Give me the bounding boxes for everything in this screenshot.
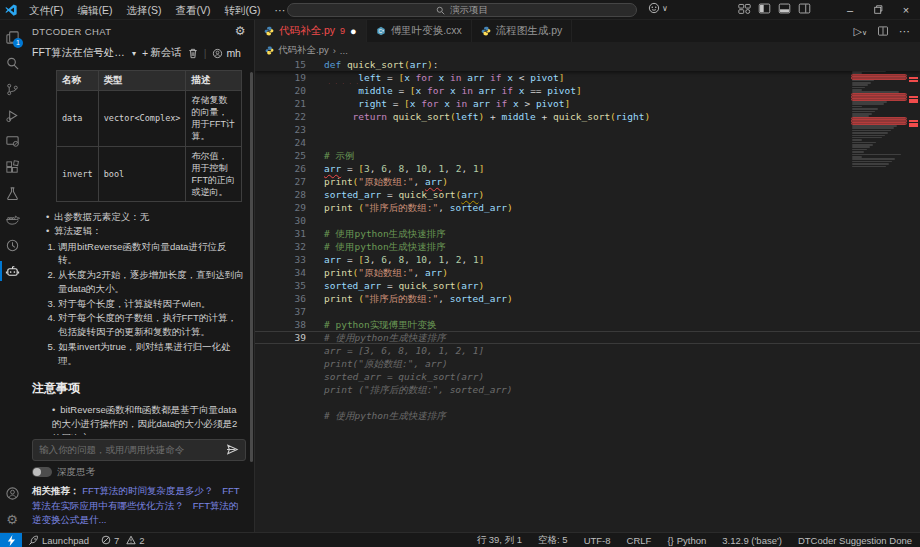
encoding[interactable]: UTF-8: [576, 535, 619, 546]
code-line[interactable]: # 使用python生成快速排序: [255, 409, 920, 422]
overview-ruler[interactable]: [906, 58, 920, 532]
chat-input[interactable]: [39, 444, 222, 455]
chat-input-box[interactable]: [32, 439, 246, 461]
code-line[interactable]: 22 return quick_sort(left) + middle + qu…: [255, 110, 920, 123]
code-line[interactable]: 27print("原始数组:", arr): [255, 175, 920, 188]
chat-settings-gear-icon[interactable]: ⚙: [235, 24, 246, 38]
code-editor[interactable]: 15def quick_sort(arr): 19 left = [x for …: [255, 58, 920, 532]
modified-dot-icon: ●: [350, 26, 357, 36]
code-line[interactable]: 35sorted_arr = quick_sort(arr): [255, 279, 920, 292]
code-line[interactable]: 30: [255, 214, 920, 227]
code-line[interactable]: 25# 示例: [255, 149, 920, 162]
code-line[interactable]: 26arr = [3, 6, 8, 10, 1, 2, 1]: [255, 162, 920, 175]
conversation-selector[interactable]: FFT算法在信号处理中... ▾: [32, 46, 136, 60]
breadcrumb-rest[interactable]: ...: [340, 45, 348, 56]
delete-chat-button[interactable]: [188, 48, 198, 59]
docker-icon[interactable]: [0, 206, 24, 232]
ai-assistant-icon[interactable]: [0, 258, 24, 284]
language-mode[interactable]: {}Python: [659, 535, 714, 546]
minimap-line: [852, 99, 906, 101]
code-line[interactable]: 33arr = [3, 6, 8, 10, 1, 2, 1]: [255, 253, 920, 266]
copilot-button[interactable]: ∨: [648, 2, 668, 14]
user-chip[interactable]: mh: [212, 47, 241, 59]
rocket-icon: [28, 535, 39, 546]
minimap[interactable]: [852, 58, 906, 178]
chat-scrollbar[interactable]: [250, 72, 253, 462]
code-line[interactable]: 37: [255, 305, 920, 318]
tab-code-completion[interactable]: 代码补全.py 9 ●: [255, 20, 367, 42]
minimize-button[interactable]: –: [836, 0, 864, 20]
code-line[interactable]: 21 right = [x for x in arr if x > pivot]: [255, 97, 920, 110]
minimap-line: [852, 144, 873, 146]
code-line[interactable]: 36print ("排序后的数组:", sorted_arr): [255, 292, 920, 305]
code-line[interactable]: 34print("原始数组:", arr): [255, 266, 920, 279]
code-line[interactable]: arr = [3, 6, 8, 10, 1, 2, 1]: [255, 344, 920, 357]
customize-layout-icon[interactable]: [738, 2, 751, 15]
run-debug-icon[interactable]: [0, 102, 24, 128]
braces-icon: {}: [667, 535, 673, 546]
extensions-icon[interactable]: [0, 154, 24, 180]
problems-button[interactable]: 7 2: [95, 535, 151, 546]
eol-sequence[interactable]: CRLF: [619, 535, 660, 546]
toggle-sidebar-icon[interactable]: [758, 2, 771, 15]
menu-goto[interactable]: 转到(G): [217, 0, 267, 20]
tab-flowchart[interactable]: 流程图生成.py: [472, 20, 573, 42]
code-line[interactable]: 32# 使用python生成快速排序: [255, 240, 920, 253]
run-dropdown-chevron-icon[interactable]: ∨: [862, 29, 867, 36]
activity-bar: 1 ⚙: [0, 20, 24, 532]
minimap-line: [852, 132, 888, 134]
code-line[interactable]: 23: [255, 123, 920, 136]
code-line[interactable]: 19 left = [x for x in arr if x < pivot]: [255, 71, 920, 84]
toggle-panel-icon[interactable]: [778, 2, 791, 15]
code-line[interactable]: 28sorted_arr = quick_sort(arr): [255, 188, 920, 201]
testing-icon[interactable]: [0, 180, 24, 206]
search-sidebar-icon[interactable]: [0, 50, 24, 76]
indentation[interactable]: 空格: 5: [530, 534, 576, 547]
settings-gear-icon[interactable]: ⚙: [0, 506, 24, 532]
close-button[interactable]: ×: [892, 0, 920, 20]
breadcrumb-file[interactable]: 代码补全.py: [278, 44, 329, 57]
code-line[interactable]: 24: [255, 136, 920, 149]
suggestion-status[interactable]: DTCoder Suggestion Done: [790, 535, 920, 546]
breadcrumb[interactable]: 代码补全.py › ...: [255, 42, 920, 58]
remote-indicator[interactable]: [0, 533, 22, 547]
source-control-icon[interactable]: [0, 76, 24, 102]
code-line[interactable]: sorted_arr = quick_sort(arr): [255, 370, 920, 383]
deep-think-toggle[interactable]: [32, 467, 52, 477]
new-chat-button[interactable]: + 新会话: [142, 46, 182, 60]
menu-edit[interactable]: 编辑(E): [70, 0, 119, 20]
account-icon[interactable]: [0, 480, 24, 506]
send-icon[interactable]: [226, 444, 239, 455]
launchpad-button[interactable]: Launchpad: [22, 535, 95, 546]
menu-selection[interactable]: 选择(S): [119, 0, 168, 20]
suggestion-link[interactable]: FFT算法的时间复杂度是多少？: [82, 485, 213, 496]
command-center-search[interactable]: 演示项目: [287, 3, 637, 17]
run-button[interactable]: ▷∨: [853, 25, 867, 38]
python-interpreter[interactable]: 3.12.9 ('base'): [714, 535, 790, 546]
minimap-line: [852, 161, 892, 163]
minimap-line: [852, 80, 874, 82]
sticky-scroll-line[interactable]: 15def quick_sort(arr):: [255, 58, 920, 71]
remote-explorer-icon[interactable]: [0, 128, 24, 154]
history-icon[interactable]: [0, 232, 24, 258]
menu-file[interactable]: 文件(F): [22, 0, 70, 20]
split-editor-icon[interactable]: [877, 25, 889, 37]
more-actions-icon[interactable]: ⋯: [899, 25, 910, 38]
code-line[interactable]: 38# python实现傅里叶变换: [255, 318, 920, 331]
explorer-icon[interactable]: 1: [0, 24, 24, 50]
code-line[interactable]: print ("排序后的数组:", sorted_arr): [255, 383, 920, 396]
code-line[interactable]: 20 middle = [x for x in arr if x == pivo…: [255, 84, 920, 97]
chat-panel: DTCODER CHAT ⚙ FFT算法在信号处理中... ▾ + 新会话 | …: [24, 20, 255, 532]
code-line[interactable]: 31# 使用python生成快速排序: [255, 227, 920, 240]
code-line[interactable]: print("原始数组:", arr): [255, 357, 920, 370]
code-line[interactable]: 39# 使用python生成快速排序: [255, 331, 920, 344]
cursor-position[interactable]: 行 39, 列 1: [469, 534, 530, 547]
toggle-secondary-sidebar-icon[interactable]: [798, 2, 811, 15]
menu-view[interactable]: 查看(V): [168, 0, 217, 20]
code-line[interactable]: 29print ("排序后的数组:", sorted_arr): [255, 201, 920, 214]
code-line[interactable]: [255, 396, 920, 409]
code-line[interactable]: 15def quick_sort(arr):: [255, 58, 920, 71]
python-file-icon: [264, 26, 274, 36]
tab-fourier-transform[interactable]: C 傅里叶变换.cxx: [367, 20, 472, 42]
restore-button[interactable]: [864, 0, 892, 20]
